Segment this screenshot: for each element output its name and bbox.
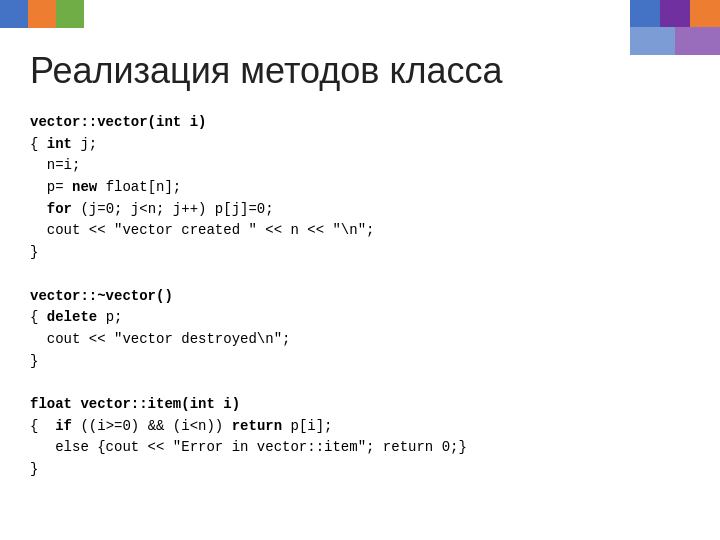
- code-line: }: [30, 242, 690, 264]
- keyword: vector::vector(int i): [30, 114, 206, 130]
- code-line: { delete p;: [30, 307, 690, 329]
- code-line: [30, 264, 690, 286]
- code-line: float vector::item(int i): [30, 394, 690, 416]
- slide: Реализация методов класса vector::vector…: [0, 0, 720, 540]
- code-block: vector::vector(int i) { int j; n=i; p= n…: [30, 112, 690, 481]
- deco-square-green: [56, 0, 84, 28]
- svg-rect-3: [630, 27, 675, 55]
- svg-rect-0: [630, 0, 660, 27]
- code-line: }: [30, 459, 690, 481]
- code-line: n=i;: [30, 155, 690, 177]
- keyword: if: [55, 418, 72, 434]
- keyword: delete: [47, 309, 97, 325]
- keyword: vector::~vector(): [30, 288, 173, 304]
- svg-rect-1: [660, 0, 690, 27]
- code-line: else {cout << "Error in vector::item"; r…: [30, 437, 690, 459]
- keyword: new: [72, 179, 97, 195]
- keyword: return: [232, 418, 282, 434]
- svg-rect-2: [690, 0, 720, 27]
- code-line: vector::vector(int i): [30, 112, 690, 134]
- code-line: cout << "vector destroyed\n";: [30, 329, 690, 351]
- code-line: { int j;: [30, 134, 690, 156]
- keyword: for: [47, 201, 72, 217]
- code-line: vector::~vector(): [30, 286, 690, 308]
- code-line: }: [30, 351, 690, 373]
- deco-square-orange: [28, 0, 56, 28]
- svg-rect-4: [675, 27, 720, 55]
- code-line: p= new float[n];: [30, 177, 690, 199]
- code-line: for (j=0; j<n; j++) p[j]=0;: [30, 199, 690, 221]
- top-right-decoration: [630, 0, 720, 59]
- keyword: int: [47, 136, 72, 152]
- deco-square-blue: [0, 0, 28, 28]
- slide-title: Реализация методов класса: [30, 50, 690, 92]
- code-line: { if ((i>=0) && (i<n)) return p[i];: [30, 416, 690, 438]
- code-line: cout << "vector created " << n << "\n";: [30, 220, 690, 242]
- keyword: float vector::item(int i): [30, 396, 240, 412]
- code-line: [30, 372, 690, 394]
- top-left-decoration: [0, 0, 84, 28]
